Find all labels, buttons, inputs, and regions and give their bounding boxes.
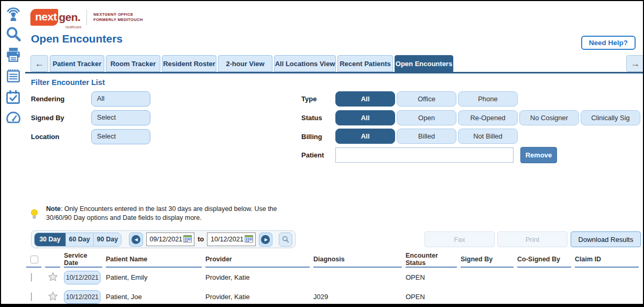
header-service-date: Service Date [64, 252, 102, 268]
calendar-icon[interactable] [183, 235, 192, 244]
product-line1: NEXTGEN® OFFICE [93, 12, 143, 17]
header-provider: Provider [205, 252, 310, 268]
tab-resident-roster[interactable]: Resident Roster [162, 55, 216, 72]
status-clinically-sig-button[interactable]: Clinically Sig [581, 110, 640, 125]
date-to-field[interactable]: 10/12/2021 [207, 232, 256, 246]
search-icon[interactable] [5, 25, 22, 43]
location-dropdown[interactable]: Select [91, 129, 150, 144]
tab-2-hour-view[interactable]: 2-hour View [218, 55, 272, 72]
billing-billed-button[interactable]: Billed [397, 129, 456, 144]
print-button: Print [497, 231, 567, 247]
product-line2: FORMERLY MEDITOUCH [93, 17, 143, 23]
tab-patient-tracker[interactable]: Patient Tracker [50, 55, 104, 72]
status-all-button[interactable]: All [335, 110, 395, 125]
type-office-button[interactable]: Office [397, 91, 456, 107]
favorite-star-icon[interactable] [48, 291, 58, 301]
type-label: Type [301, 95, 316, 103]
day-range-group: 30 Day 60 Day 90 Day [34, 232, 122, 247]
calendar-check-icon[interactable] [5, 88, 22, 105]
type-all-button[interactable]: All [335, 91, 395, 107]
service-date-button[interactable]: 10/12/2021 [64, 290, 101, 304]
status-open-button[interactable]: Open [397, 110, 456, 125]
status-reopened-button[interactable]: Re-Opened [458, 110, 518, 125]
90-day-button[interactable]: 90 Day [94, 233, 122, 246]
filter-section-title: Filter Encounter List [31, 78, 105, 87]
signed-by-dropdown[interactable]: Select [91, 110, 150, 125]
select-all-checkbox[interactable] [30, 256, 38, 263]
tab-recent-patients[interactable]: Recent Patients [337, 55, 393, 72]
row-checkbox[interactable] [31, 273, 32, 282]
date-from-value: 09/12/2021 [150, 236, 183, 243]
brand-logo: nextgen. healthcare NEXTGEN® OFFICE FORM… [30, 9, 143, 26]
date-from-field[interactable]: 09/12/2021 [146, 232, 195, 246]
tab-scroll-right-button[interactable]: → [626, 55, 644, 72]
billing-button-group: All Billed Not Billed [335, 129, 518, 144]
status-no-cosigner-button[interactable]: No Cosigner [519, 110, 579, 125]
print-icon[interactable] [5, 46, 22, 63]
cell-encounter-status: OPEN [406, 273, 461, 281]
broadcast-person-icon[interactable] [5, 4, 22, 22]
note-text: Note: Only Encounters entered in the las… [46, 205, 304, 222]
tab-all-locations-view[interactable]: All Locations View [274, 55, 336, 72]
30-day-button[interactable]: 30 Day [35, 233, 66, 246]
page-title: Open Encounters [31, 33, 123, 45]
type-phone-button[interactable]: Phone [458, 91, 518, 107]
date-range-toolbar: 30 Day 60 Day 90 Day ◀ 09/12/2021 to 10/… [31, 230, 296, 248]
table-row: 10/12/2021 Patient, Joe Provider, Katie … [26, 287, 642, 306]
service-date-button[interactable]: 10/12/2021 [64, 271, 101, 284]
search-encounters-button[interactable] [279, 232, 292, 247]
note-body: : Only Encounters entered in the last 30… [46, 205, 277, 221]
row-checkbox[interactable] [31, 292, 32, 301]
header-encounter-status: Encounter Status [406, 252, 457, 268]
fax-button: Fax [424, 231, 495, 247]
calendar-icon[interactable] [245, 235, 253, 244]
60-day-button[interactable]: 60 Day [66, 233, 94, 246]
cell-provider: Provider, Katie [205, 293, 313, 301]
status-label: Status [301, 114, 322, 122]
billing-label: Billing [301, 133, 322, 141]
need-help-button[interactable]: Need Help? [581, 36, 636, 50]
tab-open-encounters[interactable]: Open Encounters [395, 55, 453, 72]
prev-arrow-icon: ◀ [132, 235, 140, 244]
header-patient-name: Patient Name [106, 252, 202, 268]
previous-range-button[interactable]: ◀ [129, 232, 143, 247]
cell-provider: Provider, Katie [205, 273, 313, 281]
header-favorite [45, 252, 60, 268]
type-button-group: All Office Phone [335, 91, 518, 107]
magnifier-icon [282, 236, 289, 243]
header-co-signed-by: Co-Signed By [517, 252, 571, 268]
tab-bar: ← Patient Tracker Room Tracker Resident … [30, 55, 453, 72]
arrow-right-icon: → [630, 58, 640, 69]
note-label: Note [46, 205, 61, 213]
gauge-icon[interactable] [5, 109, 22, 126]
date-to-value: 10/12/2021 [211, 236, 244, 243]
nextgen-logo: nextgen. healthcare [30, 9, 80, 26]
tab-room-tracker[interactable]: Room Tracker [106, 55, 160, 72]
rendering-dropdown[interactable]: All [91, 91, 150, 107]
billing-not-billed-button[interactable]: Not Billed [458, 129, 518, 144]
header-diagnosis: Diagnosis [313, 252, 402, 268]
notes-icon[interactable] [5, 67, 22, 84]
patient-search-input[interactable] [335, 147, 514, 163]
location-label: Location [31, 133, 59, 141]
next-range-button[interactable]: ▶ [259, 232, 272, 247]
download-results-button[interactable]: Download Results [571, 231, 641, 247]
tab-underline [25, 72, 643, 73]
nextgen-logo-box: next [30, 9, 58, 26]
table-row: 10/12/2021 Patient, Emily Provider, Kati… [26, 268, 642, 287]
arrow-left-icon: ← [35, 58, 44, 69]
header-select-all [26, 252, 41, 268]
cell-diagnosis: J029 [313, 293, 406, 301]
cell-encounter-status: OPEN [406, 293, 461, 301]
favorite-star-icon[interactable] [48, 272, 58, 282]
remove-button[interactable]: Remove [520, 147, 557, 163]
header-claim-id: Claim ID [575, 252, 639, 268]
encounters-table: Service Date Patient Name Provider Diagn… [26, 252, 642, 306]
nextgen-logo-gen: gen. [58, 11, 80, 24]
table-header-row: Service Date Patient Name Provider Diagn… [26, 252, 642, 268]
billing-all-button[interactable]: All [335, 129, 395, 144]
status-button-group: All Open Re-Opened No Cosigner Clinicall… [335, 110, 640, 125]
tab-scroll-left-button[interactable]: ← [30, 55, 48, 72]
header-signed-by: Signed By [461, 252, 514, 268]
next-arrow-icon: ▶ [261, 235, 270, 244]
